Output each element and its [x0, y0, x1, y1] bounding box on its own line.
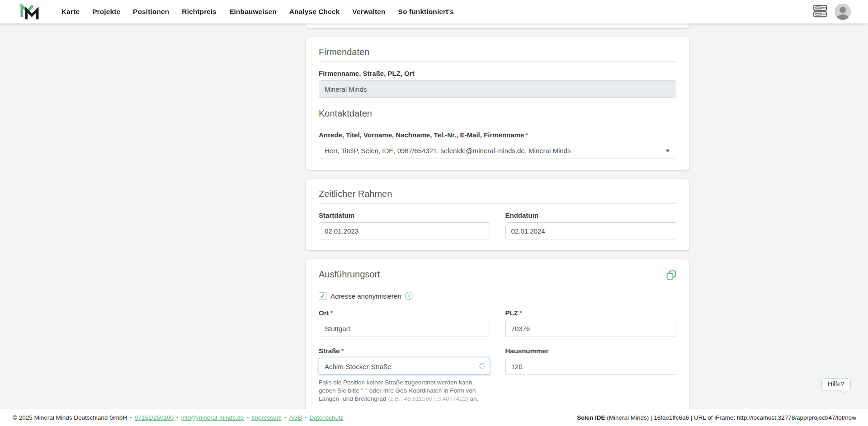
footer-email-link[interactable]: info@mineral-minds.de [181, 414, 244, 421]
anonymize-label: Adresse anonymisieren [330, 292, 401, 300]
footer-separator: • [305, 414, 307, 421]
footer-datenschutz-link[interactable]: Datenschutz [310, 414, 344, 421]
app-footer: © 2025 Mineral Minds Deutschland GmbH • … [0, 409, 868, 426]
avatar-head [840, 7, 846, 13]
ide-details: (Mineral Minds) | 16fae1ffc6a6 | URL of … [605, 414, 856, 421]
footer-impressum-link[interactable]: Impressum [251, 414, 282, 421]
strasse-label-text: Straße [319, 347, 340, 355]
ausfuehrungsort-title: Ausführungsort [319, 269, 380, 280]
divider [319, 61, 676, 62]
info-icon[interactable]: i [405, 292, 413, 300]
startdatum-input[interactable] [319, 222, 490, 239]
header-actions [813, 4, 851, 20]
strasse-hint: Falls die Position keiner Straße zugeord… [319, 379, 490, 403]
company-input [319, 80, 676, 98]
footer-copyright: © 2025 Mineral Minds Deutschland GmbH [13, 414, 127, 421]
app-header: Karte Projekte Positionen Richtpreis Ein… [0, 0, 868, 23]
user-avatar-icon[interactable] [835, 4, 851, 20]
contact-select-value: Herr, TitelP, Selen, IDE, 0987/654321, s… [325, 147, 571, 154]
company-label: Firmenname, Straße, PLZ, Ort [319, 70, 676, 77]
firmendaten-title: Firmendaten [319, 47, 676, 57]
loading-spinner-icon [479, 363, 485, 369]
main-nav: Karte Projekte Positionen Richtpreis Ein… [61, 8, 467, 16]
plz-label: PLZ* [505, 309, 677, 317]
divider [319, 203, 676, 204]
contact-label: Anrede, Titel, Vorname, Nachname, Tel.-N… [319, 131, 676, 139]
enddatum-label: Enddatum [505, 211, 677, 219]
startdatum-label: Startdatum [319, 211, 490, 219]
ort-label: Ort* [319, 309, 490, 317]
hausnummer-label: Hausnummer [505, 347, 677, 355]
nav-einbauweisen[interactable]: Einbauweisen [229, 8, 277, 16]
chevron-down-icon [665, 150, 670, 152]
ort-label-text: Ort [319, 309, 329, 317]
card-ausfuehrungsort: Ausführungsort ✓ Adresse anonymisieren i… [306, 259, 689, 414]
anonymize-checkbox[interactable]: ✓ [319, 292, 326, 300]
card-zeitlicher-rahmen: Zeitlicher Rahmen Startdatum Enddatum [306, 179, 689, 250]
ort-input[interactable] [319, 320, 490, 337]
contact-select[interactable]: Herr, TitelP, Selen, IDE, 0987/654321, s… [319, 142, 676, 159]
server-stack-icon[interactable] [813, 4, 827, 20]
divider [319, 284, 676, 284]
contact-label-text: Anrede, Titel, Vorname, Nachname, Tel.-N… [319, 131, 524, 139]
avatar-body [836, 14, 849, 20]
required-asterisk: * [341, 347, 344, 355]
help-button[interactable]: Hilfe? [821, 378, 851, 390]
nav-richtpreis[interactable]: Richtpreis [182, 8, 217, 16]
zeitraum-title: Zeitlicher Rahmen [319, 189, 676, 199]
nav-verwalten[interactable]: Verwalten [352, 8, 385, 16]
strasse-label: Straße* [319, 347, 490, 355]
divider [319, 123, 676, 123]
hint-suffix: an. [468, 395, 479, 402]
footer-left: © 2025 Mineral Minds Deutschland GmbH • … [13, 414, 344, 421]
checkmark-icon: ✓ [320, 293, 326, 299]
form-content-column: Firmendaten Firmenname, Straße, PLZ, Ort… [306, 23, 689, 426]
required-asterisk: * [330, 309, 333, 317]
card-firmendaten: Firmendaten Firmenname, Straße, PLZ, Ort… [306, 37, 689, 170]
footer-separator: • [130, 414, 132, 421]
plz-input[interactable] [505, 320, 677, 337]
plz-label-text: PLZ [505, 309, 518, 317]
required-asterisk: * [525, 131, 528, 139]
nav-projekte[interactable]: Projekte [92, 8, 120, 16]
nav-karte[interactable]: Karte [61, 8, 80, 16]
strasse-input[interactable] [319, 358, 490, 375]
nav-so-funktionierts[interactable]: So funktioniert's [398, 8, 454, 16]
footer-separator: • [176, 414, 179, 421]
footer-separator: • [284, 414, 287, 421]
footer-debug-info: Selen IDE (Mineral Minds) | 16fae1ffc6a6… [577, 414, 856, 421]
nav-analyse-check[interactable]: Analyse Check [289, 8, 340, 16]
footer-separator: • [247, 414, 249, 421]
enddatum-input[interactable] [505, 222, 677, 239]
hint-coords: (z.B.: 48.8115607,9.4077422) [388, 395, 468, 402]
nav-positionen[interactable]: Positionen [133, 8, 169, 16]
ide-name: Selen IDE [577, 414, 605, 421]
footer-agb-link[interactable]: AGB [289, 414, 302, 421]
hausnummer-input[interactable] [505, 358, 677, 375]
copy-icon[interactable] [666, 270, 676, 282]
brand-logo-icon[interactable] [18, 3, 42, 21]
kontaktdaten-title: Kontaktdaten [319, 108, 676, 119]
footer-phone-link[interactable]: 07151/250100 [135, 414, 174, 421]
required-asterisk: * [519, 309, 522, 317]
